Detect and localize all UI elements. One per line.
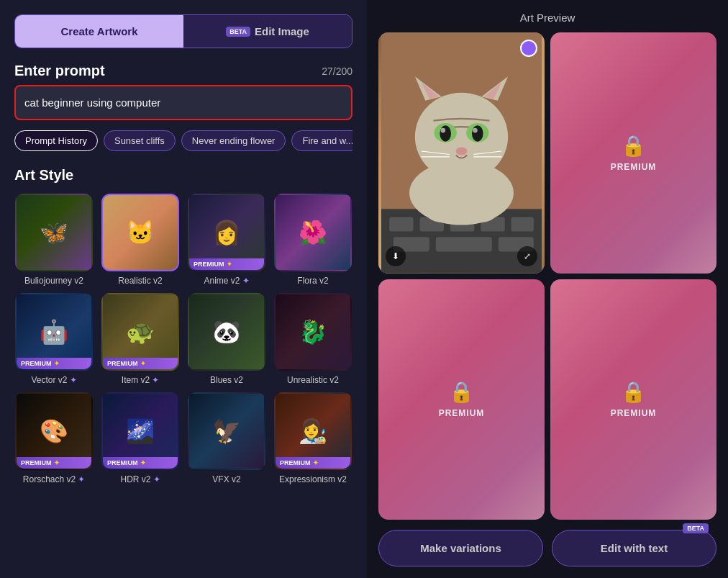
style-thumb-vfx: 🦅 [188, 392, 265, 470]
premium-label-2: PREMIUM [439, 408, 485, 418]
left-panel: Create Artwork BETA Edit Image Enter pro… [0, 0, 367, 578]
style-item-hdr[interactable]: 🌌 PREMIUM ✦ HDR v2 ✦ [101, 392, 180, 484]
make-variations-label: Make variations [420, 542, 501, 554]
premium-label-1: PREMIUM [611, 162, 657, 172]
chip-prompt-history-label: Prompt History [25, 135, 87, 146]
lock-icon-3: 🔒 [621, 380, 646, 404]
premium-badge-hdr: PREMIUM ✦ [103, 457, 178, 469]
style-thumb-hdr: 🌌 PREMIUM ✦ [101, 392, 179, 470]
prompt-count: 27/200 [322, 66, 352, 77]
chip-sunset[interactable]: Sunset cliffs [104, 130, 176, 151]
prompt-input[interactable] [14, 85, 352, 120]
style-item-expressionism[interactable]: 👩‍🎨 PREMIUM ✦ Expressionism v2 [273, 392, 352, 484]
svg-point-27 [426, 203, 461, 222]
art-preview-title: Art Preview [378, 12, 716, 24]
lock-icon-1: 🔒 [621, 134, 646, 158]
premium-badge-rorschach: PREMIUM ✦ [17, 457, 91, 469]
style-thumb-rorschach: 🎨 PREMIUM ✦ [15, 392, 93, 470]
style-item-rorschach[interactable]: 🎨 PREMIUM ✦ Rorschach v2 ✦ [14, 392, 94, 484]
style-thumb-blues: 🐼 [188, 293, 265, 371]
style-thumb-buliojourney: 🦋 [15, 194, 93, 271]
svg-point-22 [456, 147, 468, 155]
style-grid: 🦋 Buliojourney v2 🐱 Realistic v2 👩 PREMI… [14, 194, 352, 484]
chip-fire-label: Fire and w... [302, 135, 352, 146]
preview-grid: ⬇ ⤢ 🔒 PREMIUM 🔒 PREMIUM 🔒 PREMIUM [378, 32, 716, 520]
cat-illustration [378, 32, 545, 274]
chip-sunset-label: Sunset cliffs [114, 135, 165, 146]
tab-bar: Create Artwork BETA Edit Image [14, 14, 352, 48]
premium-badge-expressionism: PREMIUM ✦ [276, 457, 350, 469]
style-label-vfx: VFX v2 [212, 474, 240, 484]
preview-cell-premium-2[interactable]: 🔒 PREMIUM [378, 279, 545, 520]
style-label-anime: Anime v2 ✦ [204, 276, 249, 286]
svg-rect-2 [389, 217, 413, 231]
style-label-blues: Blues v2 [210, 375, 243, 385]
tab-edit[interactable]: BETA Edit Image [183, 15, 352, 48]
style-thumb-unrealistic: 🐉 [274, 293, 352, 371]
svg-point-18 [440, 125, 451, 141]
style-label-item: Item v2 ✦ [122, 375, 159, 385]
premium-badge-vector: PREMIUM ✦ [17, 358, 91, 369]
style-label-expressionism: Expressionism v2 [279, 474, 347, 484]
right-panel: Art Preview [367, 0, 728, 578]
svg-point-21 [473, 128, 478, 133]
chip-row: Prompt History Sunset cliffs Never endin… [14, 130, 352, 151]
preview-download-btn[interactable]: ⬇ [386, 246, 406, 266]
svg-point-19 [472, 125, 483, 141]
edit-with-text-label: Edit with text [601, 542, 668, 554]
style-thumb-realistic: 🐱 [101, 194, 179, 271]
preview-cell-premium-1[interactable]: 🔒 PREMIUM [550, 32, 716, 274]
style-item-buliojourney[interactable]: 🦋 Buliojourney v2 [14, 194, 94, 286]
chip-prompt-history[interactable]: Prompt History [14, 130, 98, 151]
premium-label-3: PREMIUM [611, 408, 657, 418]
style-item-flora[interactable]: 🌺 Flora v2 [273, 194, 352, 286]
style-item-realistic[interactable]: 🐱 Realistic v2 [101, 194, 180, 286]
preview-expand-btn[interactable]: ⤢ [517, 246, 537, 266]
style-thumb-flora: 🌺 [274, 194, 352, 271]
style-label-vector: Vector v2 ✦ [31, 375, 76, 385]
tab-edit-label: Edit Image [255, 25, 309, 37]
prompt-label: Enter prompt [14, 63, 105, 79]
edit-with-text-button[interactable]: BETA Edit with text [552, 530, 716, 566]
style-label-buliojourney: Buliojourney v2 [24, 276, 83, 286]
art-style-title: Art Style [14, 167, 352, 184]
style-item-blues[interactable]: 🐼 Blues v2 [187, 293, 266, 385]
cat-image [378, 32, 545, 274]
style-thumb-vector: 🤖 PREMIUM ✦ [15, 293, 93, 371]
style-item-item[interactable]: 🐢 PREMIUM ✦ Item v2 ✦ [101, 293, 180, 385]
lock-icon-2: 🔒 [449, 380, 474, 404]
svg-rect-8 [436, 237, 492, 251]
svg-rect-6 [511, 217, 534, 231]
premium-badge-anime: PREMIUM ✦ [189, 258, 264, 270]
preview-select-dot[interactable] [520, 40, 537, 57]
style-item-anime[interactable]: 👩 PREMIUM ✦ Anime v2 ✦ [187, 194, 266, 286]
svg-point-11 [415, 93, 508, 181]
prompt-header: Enter prompt 27/200 [14, 63, 352, 79]
chip-fire[interactable]: Fire and w... [291, 130, 352, 151]
svg-point-28 [462, 203, 497, 222]
style-thumb-item: 🐢 PREMIUM ✦ [101, 293, 179, 371]
make-variations-button[interactable]: Make variations [378, 530, 543, 566]
tab-create[interactable]: Create Artwork [15, 15, 183, 48]
style-item-vfx[interactable]: 🦅 VFX v2 [187, 392, 266, 484]
preview-cell-premium-3[interactable]: 🔒 PREMIUM [550, 279, 716, 520]
style-label-realistic: Realistic v2 [118, 276, 162, 286]
tab-create-label: Create Artwork [61, 25, 138, 37]
style-item-unrealistic[interactable]: 🐉 Unrealistic v2 [273, 293, 352, 385]
bottom-buttons: Make variations BETA Edit with text [378, 530, 716, 566]
svg-point-20 [441, 128, 446, 133]
premium-badge-item: PREMIUM ✦ [103, 358, 178, 369]
style-label-unrealistic: Unrealistic v2 [287, 375, 339, 385]
edit-beta-badge: BETA [683, 523, 709, 533]
preview-cell-main[interactable]: ⬇ ⤢ [378, 32, 545, 274]
style-label-rorschach: Rorschach v2 ✦ [23, 474, 85, 484]
chip-flower-label: Never ending flower [192, 135, 276, 146]
beta-badge: BETA [226, 27, 250, 37]
style-thumb-expressionism: 👩‍🎨 PREMIUM ✦ [274, 392, 352, 470]
style-item-vector[interactable]: 🤖 PREMIUM ✦ Vector v2 ✦ [14, 293, 94, 385]
style-label-hdr: HDR v2 ✦ [120, 474, 160, 484]
style-thumb-anime: 👩 PREMIUM ✦ [188, 194, 265, 271]
chip-flower[interactable]: Never ending flower [181, 130, 286, 151]
style-label-flora: Flora v2 [297, 276, 328, 286]
